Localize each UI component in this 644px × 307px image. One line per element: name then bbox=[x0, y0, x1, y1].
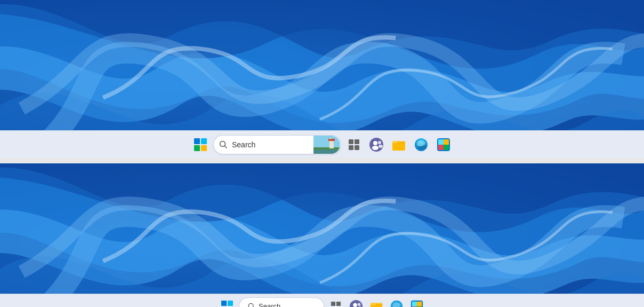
svg-rect-2 bbox=[201, 138, 207, 144]
task-view-button-top[interactable] bbox=[344, 135, 364, 154]
start-button-bottom[interactable] bbox=[219, 298, 236, 308]
search-label-top: Search bbox=[232, 140, 313, 149]
svg-rect-32 bbox=[228, 301, 233, 306]
svg-rect-1 bbox=[194, 138, 200, 144]
bottom-desktop bbox=[0, 163, 644, 294]
svg-rect-28 bbox=[438, 145, 444, 150]
start-button-top[interactable] bbox=[191, 135, 210, 154]
svg-point-21 bbox=[379, 145, 383, 148]
svg-rect-11 bbox=[330, 138, 331, 139]
svg-rect-3 bbox=[194, 145, 200, 151]
svg-point-18 bbox=[373, 141, 377, 145]
svg-rect-15 bbox=[349, 145, 353, 150]
svg-rect-4 bbox=[201, 145, 207, 151]
svg-rect-38 bbox=[336, 301, 341, 305]
svg-rect-26 bbox=[438, 139, 444, 145]
edge-button-top[interactable] bbox=[412, 135, 431, 154]
svg-point-42 bbox=[353, 303, 357, 306]
search-label-bottom: Search bbox=[259, 302, 315, 307]
svg-point-35 bbox=[248, 303, 253, 307]
task-view-button-bottom[interactable] bbox=[327, 298, 344, 308]
ms-store-button-top[interactable] bbox=[434, 135, 453, 154]
teams-chat-button-top[interactable] bbox=[367, 135, 386, 154]
top-taskbar: Search bbox=[0, 130, 644, 158]
ms-store-button-bottom[interactable] bbox=[408, 298, 425, 308]
svg-point-19 bbox=[372, 146, 379, 150]
svg-rect-37 bbox=[331, 301, 335, 305]
search-thumbnail-top bbox=[313, 136, 340, 154]
svg-rect-10 bbox=[328, 139, 335, 141]
file-explorer-button-top[interactable] bbox=[389, 135, 408, 154]
svg-rect-31 bbox=[221, 301, 227, 306]
file-explorer-button-bottom[interactable] bbox=[368, 298, 385, 308]
svg-rect-9 bbox=[329, 140, 334, 148]
svg-line-6 bbox=[225, 146, 227, 148]
svg-rect-14 bbox=[355, 139, 359, 144]
svg-rect-16 bbox=[355, 145, 359, 150]
search-bar-bottom[interactable]: Search bbox=[239, 297, 324, 308]
svg-point-44 bbox=[358, 303, 361, 306]
search-bar-top[interactable]: Search bbox=[213, 135, 341, 154]
svg-rect-13 bbox=[349, 139, 353, 144]
top-desktop bbox=[0, 0, 644, 130]
top-screen-section: Search bbox=[0, 0, 644, 158]
svg-rect-52 bbox=[417, 301, 422, 306]
bottom-taskbar: Search bbox=[0, 294, 644, 307]
svg-rect-29 bbox=[444, 145, 449, 150]
svg-rect-47 bbox=[371, 303, 376, 305]
svg-rect-27 bbox=[444, 139, 449, 145]
svg-point-20 bbox=[378, 141, 381, 144]
edge-button-bottom[interactable] bbox=[388, 298, 405, 308]
svg-rect-12 bbox=[313, 149, 340, 154]
svg-rect-23 bbox=[392, 141, 398, 143]
teams-chat-button-bottom[interactable] bbox=[348, 298, 365, 308]
svg-rect-51 bbox=[412, 301, 417, 306]
bottom-screen-section: Search bbox=[0, 163, 644, 307]
